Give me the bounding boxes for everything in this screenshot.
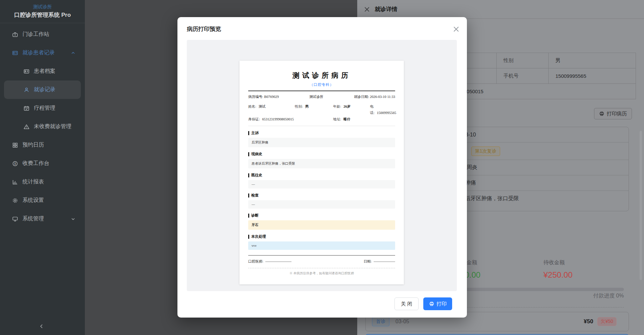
age-label: 年龄: — [333, 105, 341, 108]
date-signature-label: 日期: — [364, 260, 372, 263]
section-treatment: 本次处理 vvv — [248, 234, 395, 250]
phone-value: 15009995565 — [377, 111, 396, 115]
chevron-down-icon — [71, 217, 75, 221]
sidebar-item-appointment-calendar[interactable]: 预约日历 — [4, 136, 81, 154]
section-label: 主诉 — [251, 130, 259, 135]
sidebar-item-patient-records-group[interactable]: 就诊患者记录 — [4, 44, 81, 62]
age-value: 26岁 — [343, 105, 351, 108]
gear-icon — [12, 198, 18, 204]
user-icon — [23, 87, 30, 93]
patient-row: 身份证:653123199908050015 地址:喀什 — [248, 116, 395, 122]
dashed-rule — [248, 268, 395, 268]
section-present-illness: 现病史 患者诉后牙区肿痛，张口受限 — [248, 152, 395, 168]
sidebar-item-label: 患者档案 — [34, 68, 55, 75]
sidebar-item-outpatient-workstation[interactable]: 门诊工作站 — [4, 25, 81, 44]
name-value: 测试 — [259, 105, 266, 108]
drawer-close-button[interactable] — [363, 6, 371, 13]
modal-footer: 关 闭 打印 — [394, 297, 452, 310]
clinic-name-meta: 测试诊所 — [309, 95, 323, 99]
section-content: 后牙区肿痛 — [248, 138, 395, 147]
section-chief-complaint: 主诉 后牙区肿痛 — [248, 130, 395, 147]
section-bar — [248, 131, 249, 135]
patient-value: 15009995565 — [549, 68, 636, 84]
section-label: 检查 — [251, 193, 259, 198]
sidebar: 测试诊所 口腔诊所管理系统 Pro 门诊工作站 就诊患者记录 — [0, 0, 85, 335]
medical-bag-icon — [12, 32, 18, 38]
pending-amount-block: 待收金额 ¥250.00 — [543, 259, 573, 280]
document-rule — [248, 91, 395, 91]
chevron-left-icon — [39, 324, 44, 329]
section-content: 患者诉后牙区肿痛，张口受限 — [248, 159, 395, 168]
sidebar-collapse-button[interactable] — [37, 322, 46, 331]
sidebar-item-label: 就诊患者记录 — [22, 49, 55, 56]
close-button[interactable]: 关 闭 — [394, 297, 419, 310]
date-signature-line — [374, 262, 395, 262]
history-visit-date: 03-05 — [395, 319, 409, 325]
print-preview-modal: 病历打印预览 测试诊所病历 （口腔专科） 病历编号: B0769029 测试诊所… — [177, 17, 467, 318]
sidebar-item-billing-workbench[interactable]: $ 收费工作台 — [4, 154, 81, 173]
section-label: 既往史 — [251, 173, 262, 178]
grid-icon — [12, 142, 18, 148]
svg-text:$: $ — [14, 162, 16, 165]
archive-card-icon — [23, 68, 30, 74]
modal-close-button[interactable] — [452, 25, 460, 33]
calendar-check-icon — [23, 105, 30, 111]
document-meta-row: 病历编号: B0769029 测试诊所 就诊日期: 2026-03-10 11:… — [248, 95, 395, 99]
printer-icon — [599, 111, 604, 116]
print-record-button[interactable]: 打印病历 — [594, 108, 632, 119]
history-amount: ¥50 — [584, 318, 593, 325]
app-root: 测试诊所 口腔诊所管理系统 Pro 门诊工作站 就诊患者记录 — [0, 0, 644, 335]
app-title: 口腔诊所管理系统 Pro — [0, 11, 85, 19]
warning-icon — [23, 124, 30, 130]
clinic-name: 测试诊所 — [0, 3, 85, 10]
section-content: 牙石 — [248, 220, 395, 230]
revisit-badge: 第1次复诊 — [471, 147, 500, 156]
pending-amount-label: 待收金额 — [543, 259, 573, 266]
print-record-label: 打印病历 — [607, 111, 627, 117]
sidebar-item-label: 疗程管理 — [34, 105, 55, 112]
document-title: 测试诊所病历 — [248, 71, 395, 80]
sidebar-item-label: 未收费就诊管理 — [34, 123, 71, 130]
owed-badge: 欠¥50 — [597, 317, 616, 326]
sidebar-item-unpaid-visits[interactable]: 未收费就诊管理 — [4, 117, 81, 136]
address-label: 地址: — [333, 117, 341, 121]
sidebar-nav: 门诊工作站 就诊患者记录 患者档案 — [0, 23, 85, 228]
sidebar-item-label: 系统设置 — [22, 197, 44, 204]
medical-record-document: 测试诊所病历 （口腔专科） 病历编号: B0769029 测试诊所 就诊日期: … — [239, 61, 404, 284]
sidebar-item-label: 收费工作台 — [22, 160, 49, 167]
history-amount-group: ¥50 欠¥50 — [584, 317, 616, 326]
sidebar-item-label: 统计报表 — [22, 178, 44, 185]
patient-value: 男 — [549, 53, 636, 68]
sidebar-item-treatment-course[interactable]: 疗程管理 — [4, 99, 81, 117]
doctor-signature-line — [265, 262, 291, 262]
patient-row: 姓名:测试 性别:男 年龄:26岁 电话:15009995565 — [248, 103, 395, 116]
gender-label: 性别: — [295, 105, 303, 108]
section-content: — — [248, 200, 395, 209]
section-content: — — [248, 180, 395, 188]
sidebar-item-statistics-reports[interactable]: 统计报表 — [4, 173, 81, 191]
sidebar-item-label: 就诊记录 — [34, 86, 55, 93]
section-label: 现病史 — [251, 152, 262, 157]
name-label: 姓名: — [248, 105, 256, 108]
doctor-signature-label: 口腔医师: — [248, 260, 263, 263]
id-label: 身份证: — [248, 117, 260, 121]
section-bar — [248, 173, 249, 177]
print-button[interactable]: 打印 — [423, 297, 452, 310]
document-patient-block: 姓名:测试 性别:男 年龄:26岁 电话:15009995565 身份证:653… — [248, 103, 395, 126]
sidebar-item-label: 系统管理 — [22, 215, 44, 222]
printer-icon — [429, 301, 434, 306]
drawer-header: 就诊详情 — [357, 0, 644, 19]
sidebar-item-system-management[interactable]: 系统管理 — [4, 210, 81, 228]
section-label: 本次处理 — [251, 234, 266, 239]
sidebar-item-patient-archive[interactable]: 患者档案 — [4, 62, 81, 80]
sidebar-item-label: 预约日历 — [22, 142, 44, 149]
sidebar-item-system-settings[interactable]: 系统设置 — [4, 191, 81, 210]
drawer-scrollbar-thumb[interactable] — [640, 131, 642, 280]
patient-label: 性别 — [497, 53, 549, 68]
sidebar-item-visit-records[interactable]: 就诊记录 — [4, 80, 81, 99]
sidebar-item-label: 门诊工作站 — [22, 31, 49, 38]
payment-progress-text: 付款进度 0% — [593, 292, 624, 299]
visit-date-meta: 就诊日期: 2026-03-10 11:33 — [354, 95, 395, 99]
print-button-label: 打印 — [437, 301, 447, 307]
gender-value: 男 — [305, 105, 309, 108]
